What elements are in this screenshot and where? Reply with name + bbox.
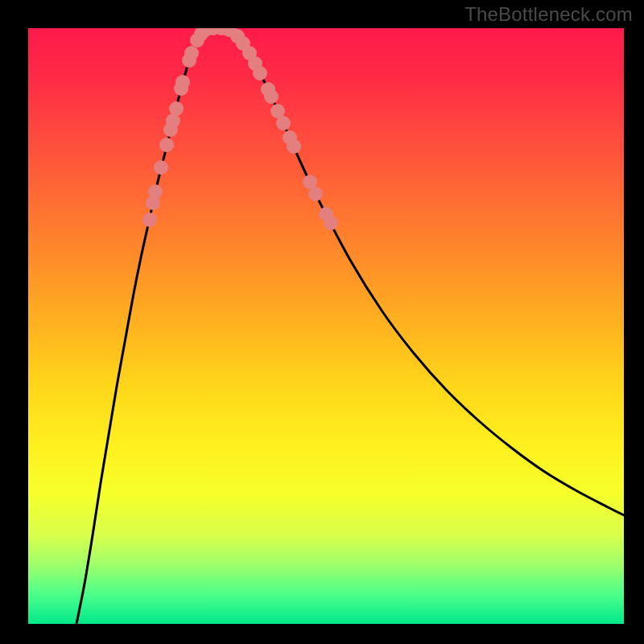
bottleneck-curve xyxy=(76,28,624,624)
curve-svg xyxy=(28,28,624,624)
data-point xyxy=(287,139,301,154)
data-point-group xyxy=(142,28,338,230)
data-point xyxy=(154,160,168,175)
data-point xyxy=(253,66,267,80)
watermark-text: TheBottleneck.com xyxy=(464,3,633,26)
data-point xyxy=(276,116,291,130)
data-point xyxy=(175,75,190,89)
data-point xyxy=(159,138,174,152)
plot-area xyxy=(28,28,624,624)
data-point xyxy=(142,213,157,227)
data-point xyxy=(324,216,338,230)
chart-frame: TheBottleneck.com xyxy=(0,0,644,644)
data-point xyxy=(184,46,199,60)
data-point xyxy=(148,184,163,199)
data-point xyxy=(264,89,279,104)
data-point xyxy=(169,101,184,116)
data-point xyxy=(308,187,323,201)
